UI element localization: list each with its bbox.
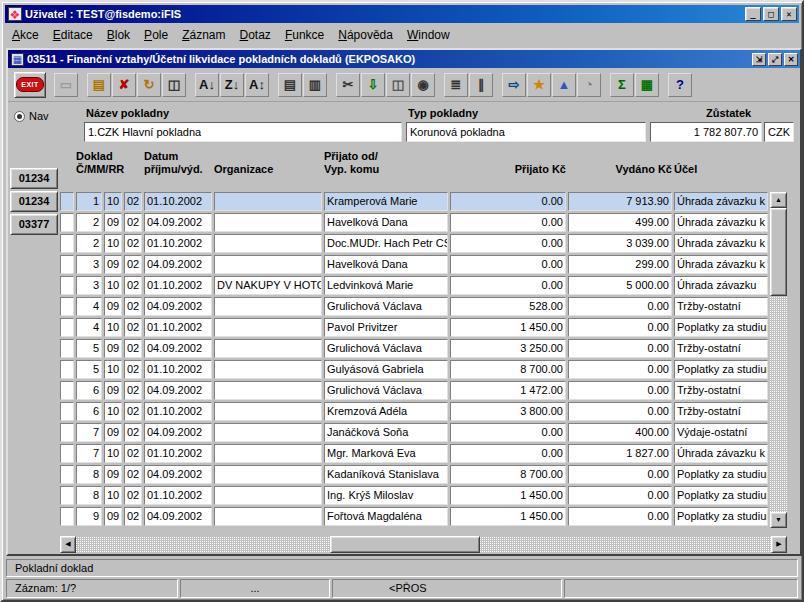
cell-vydano-kc[interactable]: 0.00 [568,318,672,337]
cell-datum[interactable]: 04.09.2002 [144,507,212,526]
cell-organizace[interactable] [214,213,322,232]
cell-prijato-kc[interactable]: 1 450.00 [450,507,566,526]
table-row[interactable]: 5 10 02 01.10.2002 Gulyásová Gabriela 8 … [60,360,768,381]
attachment-icon[interactable]: ◫ [386,73,410,97]
table-horizontal-scrollbar[interactable]: ◀ ▶ [60,536,787,553]
cell-mm[interactable]: 10 [104,486,122,505]
refresh-record-icon[interactable]: ↻ [137,73,161,97]
cell-prijato-od[interactable]: Grulichová Václava [324,297,448,316]
row-selector[interactable] [60,255,74,274]
cell-rr[interactable]: 02 [124,339,142,358]
cell-datum[interactable]: 01.10.2002 [144,318,212,337]
cell-prijato-od[interactable]: Grulichová Václava [324,381,448,400]
cell-mm[interactable]: 10 [104,192,122,211]
cell-organizace[interactable] [214,360,322,379]
cell-doklad-c[interactable]: 8 [76,486,102,505]
cell-prijato-od[interactable]: Grulichová Václava [324,339,448,358]
row-selector[interactable] [60,360,74,379]
cell-ucel[interactable]: Poplatky za studium [674,360,768,379]
cell-datum[interactable]: 01.10.2002 [144,234,212,253]
cell-datum[interactable]: 04.09.2002 [144,381,212,400]
scroll-right-icon[interactable]: ▶ [771,536,787,553]
row-selector[interactable] [60,276,74,295]
row-selector[interactable] [60,234,74,253]
cell-ucel[interactable]: Úhrada závazku k [674,234,768,253]
cell-organizace[interactable] [214,255,322,274]
cell-ucel[interactable]: Úhrada závazku [674,276,768,295]
cell-organizace[interactable] [214,318,322,337]
menu-item[interactable]: Blok [100,25,137,45]
cell-rr[interactable]: 02 [124,360,142,379]
row-selector[interactable] [60,507,74,526]
mdi-minimize-icon[interactable]: ⇲ [752,53,766,66]
cell-prijato-kc[interactable]: 1 472.00 [450,381,566,400]
cell-vydano-kc[interactable]: 0.00 [568,381,672,400]
row-selector[interactable] [60,423,74,442]
cell-prijato-od[interactable]: Kramperová Marie [324,192,448,211]
cell-vydano-kc[interactable]: 499.00 [568,213,672,232]
row-selector[interactable] [60,297,74,316]
cell-datum[interactable]: 04.09.2002 [144,213,212,232]
cell-vydano-kc[interactable]: 0.00 [568,465,672,484]
cell-doklad-c[interactable]: 6 [76,381,102,400]
cell-ucel[interactable]: Úhrada závazku k [674,444,768,463]
cell-doklad-c[interactable]: 4 [76,318,102,337]
cell-prijato-od[interactable]: Kremzová Adéla [324,402,448,421]
table-row[interactable]: 7 09 02 04.09.2002 Janáčková Soňa 0.00 4… [60,423,768,444]
cell-vydano-kc[interactable]: 0.00 [568,339,672,358]
row-selector[interactable] [60,192,74,211]
cell-organizace[interactable] [214,297,322,316]
row-selector[interactable] [60,444,74,463]
cell-mm[interactable]: 10 [104,444,122,463]
cell-prijato-kc[interactable]: 0.00 [450,423,566,442]
cell-mm[interactable]: 10 [104,318,122,337]
row-selector[interactable] [60,339,74,358]
cell-mm[interactable]: 09 [104,423,122,442]
cell-vydano-kc[interactable]: 1 827.00 [568,444,672,463]
horizontal-scroll-thumb[interactable] [330,536,480,553]
cell-prijato-od[interactable]: Fořtová Magdaléna [324,507,448,526]
cell-prijato-od[interactable]: Ledvinková Marie [324,276,448,295]
scroll-up-icon[interactable]: ▲ [770,192,787,208]
menu-item[interactable]: Funkce [278,25,331,45]
cell-prijato-kc[interactable]: 8 700.00 [450,360,566,379]
minimize-icon[interactable]: _ [745,7,761,21]
menu-item[interactable]: Editace [46,25,100,45]
currency-field[interactable]: CZK [764,122,794,142]
cell-rr[interactable]: 02 [124,276,142,295]
menu-item[interactable]: Dotaz [233,25,278,45]
cell-mm[interactable]: 09 [104,507,122,526]
cell-vydano-kc[interactable]: 0.00 [568,507,672,526]
cell-mm[interactable]: 10 [104,360,122,379]
cell-rr[interactable]: 02 [124,213,142,232]
pie-icon[interactable]: ◔ [577,73,601,97]
cell-organizace[interactable]: DV NAKUPY V HOTOVOSTI [214,276,322,295]
cell-doklad-c[interactable]: 6 [76,402,102,421]
cell-datum[interactable]: 01.10.2002 [144,402,212,421]
cell-datum[interactable]: 04.09.2002 [144,423,212,442]
row-selector[interactable] [60,381,74,400]
cell-datum[interactable]: 01.10.2002 [144,444,212,463]
cell-rr[interactable]: 02 [124,318,142,337]
cell-prijato-kc[interactable]: 0.00 [450,444,566,463]
cell-prijato-od[interactable]: Janáčková Soňa [324,423,448,442]
cell-prijato-od[interactable]: Kadaníková Stanislava [324,465,448,484]
cell-prijato-od[interactable]: Havelková Dana [324,213,448,232]
cell-rr[interactable]: 02 [124,444,142,463]
cell-prijato-kc[interactable]: 528.00 [450,297,566,316]
cell-rr[interactable]: 02 [124,255,142,274]
cell-doklad-c[interactable]: 5 [76,339,102,358]
cell-ucel[interactable]: Tržby-ostatní [674,297,768,316]
table-row[interactable]: 4 10 02 01.10.2002 Pavol Privitzer 1 450… [60,318,768,339]
cell-prijato-kc[interactable]: 0.00 [450,276,566,295]
title-bar[interactable]: ❖ Uživatel : TEST@fisdemo:iFIS _ □ ✕ [5,5,799,23]
sort-asc-icon[interactable]: A↓ [195,73,219,97]
table-row[interactable]: 3 09 02 04.09.2002 Havelková Dana 0.00 2… [60,255,768,276]
table-row[interactable]: 5 09 02 04.09.2002 Grulichová Václava 3 … [60,339,768,360]
cell-rr[interactable]: 02 [124,423,142,442]
open-doc-icon[interactable]: ▤ [87,73,111,97]
cell-doklad-c[interactable]: 3 [76,276,102,295]
cell-rr[interactable]: 02 [124,507,142,526]
vertical-scroll-thumb[interactable] [770,208,787,296]
cell-prijato-kc[interactable]: 8 700.00 [450,465,566,484]
